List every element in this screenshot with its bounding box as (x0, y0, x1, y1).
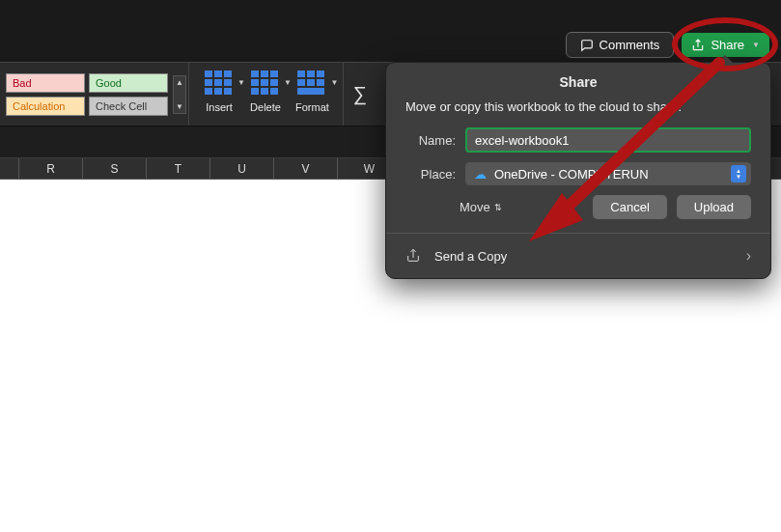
chevron-down-icon: ▼ (176, 102, 183, 111)
share-label: Share (711, 38, 744, 52)
send-copy-label: Send a Copy (434, 249, 507, 264)
svg-rect-16 (261, 88, 268, 95)
dropdown-caret-icon: ▲▼ (731, 165, 746, 182)
svg-rect-9 (251, 70, 259, 77)
column-header[interactable]: V (274, 158, 338, 179)
updown-icon: ⇅ (494, 203, 502, 212)
svg-rect-20 (317, 70, 324, 77)
svg-rect-18 (297, 70, 305, 77)
cells-group: ▼ Insert ▼ Delete ▼ (189, 63, 344, 126)
insert-cells-icon (205, 70, 234, 96)
name-label: Name: (405, 133, 465, 148)
svg-rect-4 (214, 79, 222, 86)
svg-rect-2 (224, 70, 232, 77)
name-input[interactable] (465, 127, 751, 153)
send-copy-row[interactable]: Send a Copy › (386, 233, 770, 278)
place-select[interactable]: ☁ OneDrive - COMPUTERUN ▲▼ (465, 162, 751, 185)
svg-rect-7 (214, 88, 222, 95)
titlebar: Comments Share ▼ (0, 0, 781, 62)
format-cells-icon (297, 70, 326, 96)
svg-rect-21 (297, 79, 305, 86)
delete-cells-icon (251, 70, 280, 96)
place-label: Place: (405, 167, 465, 182)
select-all-corner[interactable] (0, 158, 19, 179)
share-icon (691, 39, 705, 52)
svg-rect-24 (297, 88, 324, 95)
delete-label: Delete (250, 101, 281, 113)
popover-hint: Move or copy this workbook to the cloud … (405, 99, 751, 114)
svg-rect-15 (251, 88, 259, 95)
svg-rect-10 (261, 70, 268, 77)
svg-rect-8 (224, 88, 232, 95)
svg-rect-19 (307, 70, 315, 77)
chevron-down-icon: ▼ (237, 78, 245, 87)
cancel-button[interactable]: Cancel (593, 195, 666, 219)
svg-rect-0 (205, 70, 212, 77)
svg-rect-23 (317, 79, 324, 86)
comments-label: Comments (600, 38, 660, 52)
column-header[interactable]: T (147, 158, 210, 179)
svg-rect-3 (205, 79, 212, 86)
chevron-down-icon: ▼ (752, 41, 760, 49)
chevron-down-icon: ▼ (284, 78, 292, 87)
svg-rect-17 (270, 88, 278, 95)
style-bad[interactable]: Bad (6, 73, 85, 93)
svg-rect-6 (205, 88, 212, 95)
delete-button[interactable]: ▼ Delete (249, 69, 282, 113)
svg-rect-1 (214, 70, 222, 77)
style-check-cell[interactable]: Check Cell (89, 97, 168, 116)
svg-rect-13 (261, 79, 268, 86)
cloud-icon: ☁ (474, 167, 487, 182)
svg-rect-11 (270, 70, 278, 77)
place-value: OneDrive - COMPUTERUN (494, 167, 649, 182)
format-button[interactable]: ▼ Format (295, 69, 329, 113)
sigma-icon: ∑ (353, 83, 367, 104)
column-header[interactable]: U (210, 158, 274, 179)
style-good[interactable]: Good (89, 73, 168, 93)
svg-rect-5 (224, 79, 232, 86)
popover-title: Share (386, 63, 770, 99)
style-calculation[interactable]: Calculation (6, 97, 85, 116)
share-button[interactable]: Share ▼ (682, 33, 769, 57)
column-header[interactable]: S (83, 158, 147, 179)
upload-button[interactable]: Upload (677, 195, 751, 219)
insert-label: Insert (206, 101, 233, 113)
send-copy-icon (405, 247, 421, 265)
share-popover: Share Move or copy this workbook to the … (385, 62, 771, 279)
autosum-button[interactable]: ∑ (344, 75, 377, 113)
chevron-right-icon: › (746, 247, 751, 265)
style-gallery-nav[interactable]: ▲ ▼ (173, 75, 186, 114)
svg-rect-14 (270, 79, 278, 86)
move-dropdown[interactable]: Move ⇅ (460, 200, 502, 214)
svg-rect-22 (307, 79, 315, 86)
svg-rect-12 (251, 79, 259, 86)
comments-button[interactable]: Comments (566, 32, 675, 58)
cell-styles-gallery[interactable]: Bad Good Calculation Check Cell ▲ ▼ (0, 63, 189, 126)
popover-arrow (716, 55, 734, 64)
insert-button[interactable]: ▼ Insert (203, 69, 236, 113)
format-label: Format (295, 101, 329, 113)
chevron-up-icon: ▲ (176, 78, 183, 87)
comment-icon (580, 39, 594, 52)
column-header[interactable]: R (19, 158, 83, 179)
chevron-down-icon: ▼ (331, 78, 339, 87)
